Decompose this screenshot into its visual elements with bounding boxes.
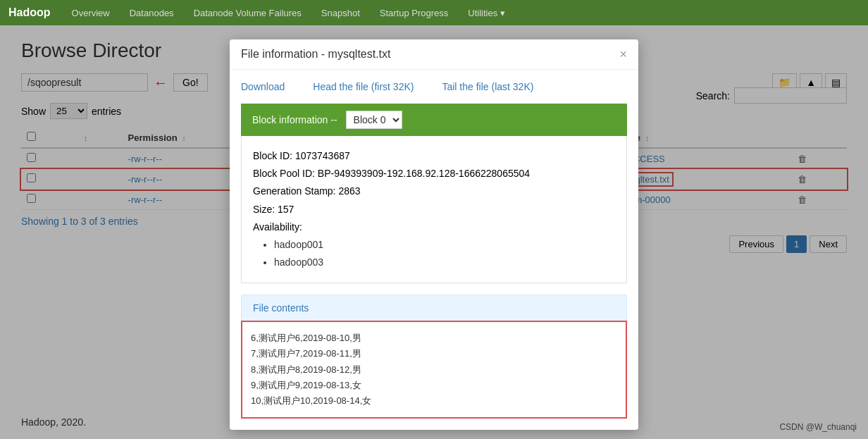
file-line-5: 10,测试用户10,2019-08-14,女	[251, 393, 617, 409]
modal-title: File information - mysqltest.txt	[241, 48, 391, 61]
availability-item-1: hadoop001	[274, 236, 615, 254]
nav-utilities[interactable]: Utilities ▾	[458, 0, 515, 25]
nav-overview[interactable]: Overview	[62, 0, 120, 25]
modal-header: File information - mysqltest.txt ×	[230, 39, 638, 70]
file-line-2: 7,测试用户7,2019-08-11,男	[251, 346, 617, 361]
main-content: Browse Director ← Go! 📁 ▲ ▤ Show 25 50 1…	[0, 25, 868, 439]
availability-item-2: hadoop003	[274, 254, 615, 271]
modal-overlay: File information - mysqltest.txt × Downl…	[0, 25, 868, 439]
nav-datanodes[interactable]: Datanodes	[120, 0, 184, 25]
tail-file-link[interactable]: Tail the file (last 32K)	[442, 81, 533, 92]
block-section-label: Block information --	[252, 114, 337, 125]
modal-links: Download Head the file (first 32K) Tail …	[241, 81, 627, 92]
block-select[interactable]: Block 0	[346, 111, 402, 129]
file-contents-header: File contents	[241, 295, 627, 321]
navbar: Hadoop Overview Datanodes Datanode Volum…	[0, 0, 868, 25]
modal-close-button[interactable]: ×	[619, 48, 627, 61]
block-size: Size: 157	[253, 201, 615, 218]
availability-label: Availability:	[253, 218, 615, 236]
file-line-4: 9,测试用户9,2019-08-13,女	[251, 378, 617, 393]
nav-datanode-volume[interactable]: Datanode Volume Failures	[184, 0, 311, 25]
file-line-3: 8,测试用户8,2019-08-12,男	[251, 362, 617, 378]
availability-list: hadoop001 hadoop003	[274, 236, 615, 271]
block-id: Block ID: 1073743687	[253, 147, 615, 165]
generation-stamp: Generation Stamp: 2863	[253, 183, 615, 200]
download-link[interactable]: Download	[241, 81, 285, 92]
file-line-1: 6,测试用户6,2019-08-10,男	[251, 330, 617, 346]
block-pool-id: Block Pool ID: BP-949393909-192.168.92.1…	[253, 165, 615, 183]
file-contents-body: 6,测试用户6,2019-08-10,男 7,测试用户7,2019-08-11,…	[241, 321, 627, 418]
block-info-header: Block information -- Block 0	[241, 104, 627, 136]
file-info-modal: File information - mysqltest.txt × Downl…	[230, 39, 638, 430]
modal-body: Download Head the file (first 32K) Tail …	[230, 70, 638, 430]
nav-startup[interactable]: Startup Progress	[370, 0, 459, 25]
nav-snapshot[interactable]: Snapshot	[311, 0, 370, 25]
block-details: Block ID: 1073743687 Block Pool ID: BP-9…	[241, 136, 627, 283]
head-file-link[interactable]: Head the file (first 32K)	[313, 81, 414, 92]
brand: Hadoop	[8, 6, 51, 19]
